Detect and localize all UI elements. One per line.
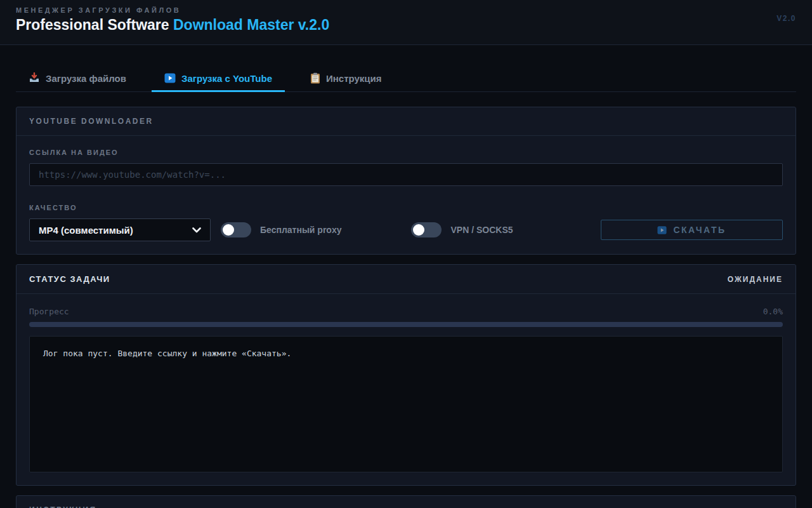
progress-percent-value: 0.0% xyxy=(763,307,783,316)
toggle-knob xyxy=(223,224,234,236)
quality-label: КАЧЕСТВО xyxy=(29,204,783,211)
chevron-down-icon xyxy=(192,227,201,233)
main-content: Загрузка файлов Загрузка с YouTube Инс xyxy=(0,64,812,508)
youtube-downloader-panel-body: ССЫЛКА НА ВИДЕО КАЧЕСТВО MP4 (совместимы… xyxy=(16,136,796,254)
video-url-input[interactable] xyxy=(29,163,783,186)
status-panel-title: СТАТУС ЗАДАЧИ xyxy=(29,274,110,284)
app-header: МЕНЕДЖЕР ЗАГРУЗКИ ФАЙЛОВ Professional So… xyxy=(0,0,812,45)
quality-select[interactable]: MP4 (совместимый) xyxy=(29,218,211,241)
youtube-downloader-panel-header: YOUTUBE DOWNLOADER xyxy=(16,107,796,136)
download-button[interactable]: СКАЧАТЬ xyxy=(601,220,783,240)
app-title: Professional Software Download Master v.… xyxy=(16,17,796,34)
tab-file-download[interactable]: Загрузка файлов xyxy=(16,64,139,92)
progress-row: Прогресс 0.0% xyxy=(29,307,783,316)
quality-select-value: MP4 (совместимый) xyxy=(39,225,133,236)
instructions-panel: ИНСТРУКЦИЯ xyxy=(16,495,796,508)
panel-title: ИНСТРУКЦИЯ xyxy=(29,505,97,508)
tab-bar: Загрузка файлов Загрузка с YouTube Инс xyxy=(16,64,796,92)
free-proxy-label: Бесплатный proxy xyxy=(260,225,341,235)
log-output: Лог пока пуст. Введите ссылку и нажмите … xyxy=(29,336,783,472)
panel-title: YOUTUBE DOWNLOADER xyxy=(29,117,154,126)
clipboard-icon xyxy=(310,72,320,84)
task-status-panel-body: Прогресс 0.0% Лог пока пуст. Введите ссы… xyxy=(16,294,796,485)
app-title-main: Professional Software xyxy=(16,17,169,33)
download-button-label: СКАЧАТЬ xyxy=(673,225,726,235)
inbox-tray-icon xyxy=(29,72,40,84)
instructions-panel-header: ИНСТРУКЦИЯ xyxy=(16,496,796,508)
vpn-socks5-label: VPN / SOCKS5 xyxy=(450,225,513,235)
progress-bar xyxy=(29,322,783,327)
version-badge: V2.0 xyxy=(776,14,796,23)
controls-row: MP4 (совместимый) Бесплатный proxy VPN /… xyxy=(29,218,783,241)
toggle-knob xyxy=(413,224,424,236)
youtube-downloader-panel: YOUTUBE DOWNLOADER ССЫЛКА НА ВИДЕО КАЧЕС… xyxy=(16,107,796,255)
free-proxy-toggle[interactable] xyxy=(221,222,251,237)
app-title-accent: Download Master v.2.0 xyxy=(173,17,329,33)
app-subtitle: МЕНЕДЖЕР ЗАГРУЗКИ ФАЙЛОВ xyxy=(16,6,796,14)
tab-label: Загрузка с YouTube xyxy=(181,73,272,84)
play-button-icon xyxy=(657,225,667,235)
tab-label: Инструкция xyxy=(326,73,382,84)
vpn-socks5-toggle[interactable] xyxy=(411,222,442,237)
tab-youtube-download[interactable]: Загрузка с YouTube xyxy=(152,64,285,92)
tab-instructions[interactable]: Инструкция xyxy=(298,64,395,92)
task-status-panel: СТАТУС ЗАДАЧИ ОЖИДАНИЕ Прогресс 0.0% Лог… xyxy=(16,264,796,486)
video-url-label: ССЫЛКА НА ВИДЕО xyxy=(29,149,783,156)
tab-label: Загрузка файлов xyxy=(46,73,126,84)
status-state-badge: ОЖИДАНИЕ xyxy=(728,275,783,284)
progress-label: Прогресс xyxy=(29,307,69,316)
task-status-panel-header: СТАТУС ЗАДАЧИ ОЖИДАНИЕ xyxy=(16,265,796,294)
play-button-icon xyxy=(164,72,176,84)
